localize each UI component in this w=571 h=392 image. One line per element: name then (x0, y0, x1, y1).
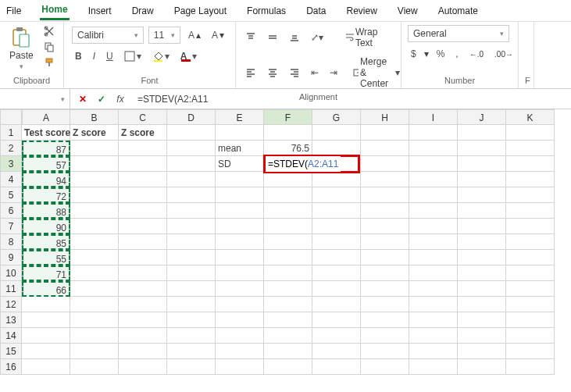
cell-h2[interactable] (361, 141, 409, 156)
cell-b14[interactable] (70, 328, 119, 344)
formula-input[interactable]: =STDEV(A2:A11 (133, 94, 571, 105)
cell-e7[interactable] (216, 219, 264, 234)
cell-j9[interactable] (458, 250, 506, 265)
cell-h7[interactable] (361, 219, 409, 234)
increase-font-button[interactable]: A▴ (185, 28, 204, 42)
cell-j14[interactable] (458, 328, 506, 344)
cell-e15[interactable] (216, 344, 264, 359)
row-header-14[interactable]: 14 (0, 328, 22, 344)
cell-h8[interactable] (361, 234, 409, 250)
cell-b11[interactable] (70, 281, 119, 297)
cell-j4[interactable] (458, 172, 506, 187)
cell-b10[interactable] (70, 265, 119, 281)
merge-center-button[interactable]: Merge & Center ▾ (350, 55, 403, 91)
row-header-10[interactable]: 10 (0, 265, 22, 281)
tab-page-layout[interactable]: Page Layout (173, 2, 228, 20)
cell-e12[interactable] (216, 297, 264, 312)
format-painter-button[interactable] (41, 56, 57, 69)
cell-i8[interactable] (409, 234, 458, 250)
cell-h10[interactable] (361, 265, 409, 281)
cell-f8[interactable] (264, 234, 312, 250)
cell-i1[interactable] (409, 125, 458, 141)
tab-file[interactable]: File (5, 2, 23, 20)
cell-f4[interactable] (264, 172, 312, 187)
cell-d3[interactable] (167, 156, 216, 172)
cell-a14[interactable] (22, 328, 70, 344)
cell-j3[interactable] (458, 156, 506, 172)
row-header-2[interactable]: 2 (0, 141, 22, 156)
cell-d9[interactable] (167, 250, 216, 265)
cell-c5[interactable] (119, 187, 167, 203)
cell-d6[interactable] (167, 203, 216, 219)
align-middle-button[interactable] (264, 30, 281, 45)
cell-i2[interactable] (409, 141, 458, 156)
cell-e2[interactable]: mean (216, 141, 264, 156)
cell-c13[interactable] (119, 312, 167, 328)
cell-f1[interactable] (264, 125, 312, 141)
comma-button[interactable]: , (452, 47, 461, 61)
cell-b6[interactable] (70, 203, 119, 219)
currency-button[interactable]: $ (408, 47, 419, 61)
tab-home[interactable]: Home (40, 1, 69, 20)
cancel-formula-button[interactable]: ✕ (77, 93, 89, 105)
cell-k12[interactable] (506, 297, 555, 312)
cell-k3[interactable] (506, 156, 555, 172)
cell-h3[interactable] (361, 156, 409, 172)
cell-c11[interactable] (119, 281, 167, 297)
cell-formula-edit[interactable]: =STDEV(A2:A11 (266, 156, 341, 172)
cell-c16[interactable] (119, 359, 167, 375)
cell-k10[interactable] (506, 265, 555, 281)
row-header-8[interactable]: 8 (0, 234, 22, 250)
cell-i13[interactable] (409, 312, 458, 328)
cell-k2[interactable] (506, 141, 555, 156)
cell-j6[interactable] (458, 203, 506, 219)
cell-j15[interactable] (458, 344, 506, 359)
cell-h14[interactable] (361, 328, 409, 344)
cell-i4[interactable] (409, 172, 458, 187)
cell-c14[interactable] (119, 328, 167, 344)
cell-h11[interactable] (361, 281, 409, 297)
cell-k16[interactable] (506, 359, 555, 375)
cell-g4[interactable] (312, 172, 361, 187)
cell-f15[interactable] (264, 344, 312, 359)
cell-i6[interactable] (409, 203, 458, 219)
col-header-k[interactable]: K (506, 109, 555, 125)
cell-c4[interactable] (119, 172, 167, 187)
cell-b3[interactable] (70, 156, 119, 172)
cell-j5[interactable] (458, 187, 506, 203)
row-header-13[interactable]: 13 (0, 312, 22, 328)
cell-g14[interactable] (312, 328, 361, 344)
cell-i16[interactable] (409, 359, 458, 375)
col-header-d[interactable]: D (167, 109, 216, 125)
row-header-1[interactable]: 1 (0, 125, 22, 141)
cell-h5[interactable] (361, 187, 409, 203)
cell-g6[interactable] (312, 203, 361, 219)
cell-d10[interactable] (167, 265, 216, 281)
cell-b2[interactable] (70, 141, 119, 156)
cell-k15[interactable] (506, 344, 555, 359)
cell-k8[interactable] (506, 234, 555, 250)
cell-e14[interactable] (216, 328, 264, 344)
cell-a4[interactable]: 94 (22, 172, 70, 187)
align-center-button[interactable] (264, 66, 281, 80)
row-header-11[interactable]: 11 (0, 281, 22, 297)
tab-data[interactable]: Data (305, 2, 327, 20)
col-header-i[interactable]: I (409, 109, 458, 125)
cell-g9[interactable] (312, 250, 361, 265)
font-color-button[interactable]: A▾ (177, 48, 201, 63)
cell-k14[interactable] (506, 328, 555, 344)
cell-a12[interactable] (22, 297, 70, 312)
cell-i7[interactable] (409, 219, 458, 234)
cell-g15[interactable] (312, 344, 361, 359)
cell-i3[interactable] (409, 156, 458, 172)
fill-color-button[interactable]: ▾ (149, 49, 173, 63)
paste-button[interactable]: Paste ▾ (6, 25, 37, 72)
cell-e6[interactable] (216, 203, 264, 219)
cell-e5[interactable] (216, 187, 264, 203)
cell-a15[interactable] (22, 344, 70, 359)
cell-j16[interactable] (458, 359, 506, 375)
cell-g8[interactable] (312, 234, 361, 250)
cell-d14[interactable] (167, 328, 216, 344)
cell-a2[interactable]: 87 (22, 141, 70, 156)
cell-h12[interactable] (361, 297, 409, 312)
